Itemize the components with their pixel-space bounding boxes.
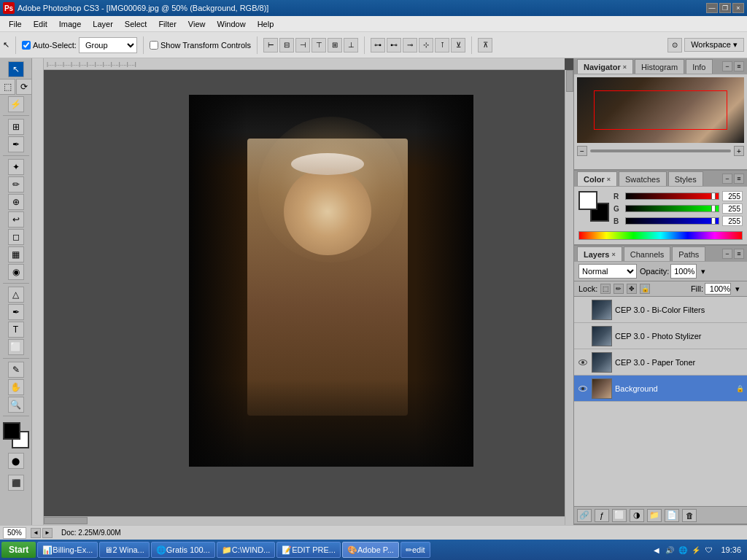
tray-icon-3[interactable]: 🌐 [677,544,689,556]
dist-center-v[interactable]: ⊺ [435,38,449,52]
gradient-tool[interactable]: ▦ [8,246,24,262]
tab-color[interactable]: Color × [577,171,617,186]
delete-layer-btn[interactable]: 🗑 [682,509,697,522]
heal-brush-tool[interactable]: ✦ [8,159,24,175]
lasso-tool[interactable]: ⟳ [16,79,32,95]
layer-row-background[interactable]: Background 🔒 [574,376,747,402]
b-value-input[interactable] [722,216,743,226]
taskbar-item-gratis[interactable]: 🌐 Gratis 100... [151,542,215,558]
close-button[interactable]: × [732,3,744,13]
tab-swatches[interactable]: Swatches [619,171,667,186]
layer-visibility-toggle[interactable] [577,330,589,342]
lock-move-btn[interactable]: ✥ [627,284,637,294]
canvas-scrollbar-v[interactable] [565,70,573,525]
scroll-thumb-h[interactable] [44,517,88,524]
hand-tool[interactable]: ✋ [8,379,24,395]
opacity-input[interactable] [670,264,697,279]
marquee-tool[interactable]: ⬚ [0,79,15,95]
notes-tool[interactable]: ✎ [8,362,24,378]
dist-left[interactable]: ⊶ [371,38,385,52]
dodge-tool[interactable]: △ [8,287,24,303]
layer-row[interactable]: CEP 3.0 - Photo Stylizer [574,323,747,349]
g-slider[interactable] [625,205,719,212]
nav-zoom-out[interactable]: − [577,146,587,156]
history-brush-tool[interactable]: ↩ [8,211,24,228]
tab-info[interactable]: Info [686,59,712,74]
r-slider[interactable] [625,192,719,200]
move-tool[interactable]: ↖ [8,61,24,77]
menu-view[interactable]: View [182,18,212,30]
taskbar-item-wina[interactable]: 🖥 2 Wina... [99,542,149,558]
tray-icon-2[interactable]: 🔊 [664,544,676,556]
color-panel-collapse[interactable]: − [722,174,732,184]
menu-help[interactable]: Help [252,18,280,30]
scroll-left[interactable]: ◄ [31,528,41,538]
panel-collapse-btn[interactable]: − [722,61,732,71]
nav-zoom-in[interactable]: + [734,146,744,156]
pen-tool[interactable]: ✒ [8,304,24,320]
new-layer-btn[interactable]: 📄 [665,509,679,522]
add-mask-btn[interactable]: ⬜ [612,509,627,522]
taskbar-item-edit[interactable]: 📝 EDIT PRE... [276,542,341,558]
blend-mode-select[interactable]: Normal Multiply Screen [578,264,637,279]
auto-align[interactable]: ⊼ [478,38,492,52]
workspace-button[interactable]: Workspace ▾ [684,38,744,52]
taskbar-item-billing[interactable]: 📊 Billing-Ex... [37,542,98,558]
dist-right[interactable]: ⊸ [403,38,417,52]
taskbar-item-adobe[interactable]: 🎨 Adobe P... [342,542,399,558]
panel-menu-btn[interactable]: ≡ [734,61,744,71]
menu-select[interactable]: Select [119,18,153,30]
clone-stamp-tool[interactable]: ⊕ [8,194,24,210]
scroll-thumb-v[interactable] [566,70,573,92]
layers-tab-close[interactable]: × [611,251,615,258]
shape-tool[interactable]: ⬜ [8,339,24,355]
eyedropper-tool[interactable]: ✒ [8,136,24,152]
photo-canvas[interactable] [189,95,473,467]
canvas-scrollbar-h[interactable] [44,516,565,525]
fill-arrow[interactable]: ▾ [732,283,743,295]
layer-style-btn[interactable]: ƒ [595,509,609,522]
dist-top[interactable]: ⊹ [419,38,433,52]
menu-layer[interactable]: Layer [87,18,119,30]
tray-icon-5[interactable]: 🛡 [703,544,715,556]
align-bottom[interactable]: ⊥ [344,38,358,52]
layer-visibility-toggle[interactable] [577,304,589,316]
auto-select-checkbox[interactable] [22,41,31,50]
crop-tool[interactable]: ⊞ [8,119,24,135]
align-center-h[interactable]: ⊟ [279,38,294,52]
lock-transparent-btn[interactable]: ⬚ [600,284,611,294]
tab-layers[interactable]: Layers × [577,246,622,261]
new-group-btn[interactable]: 📁 [647,509,662,522]
restore-button[interactable]: ❐ [719,3,731,13]
scroll-right[interactable]: ► [42,528,53,538]
auto-select-dropdown[interactable]: Group Layer [79,37,137,53]
link-layers-btn[interactable]: 🔗 [577,509,592,522]
align-center-v[interactable]: ⊞ [328,38,342,52]
tray-icon-1[interactable]: ◀ [651,544,662,556]
quick-mask-btn[interactable]: ⬤ [8,453,24,469]
dist-center-h[interactable]: ⊷ [387,38,401,52]
opacity-arrow[interactable]: ▾ [698,264,708,279]
tab-channels[interactable]: Channels [624,246,670,261]
tab-paths[interactable]: Paths [672,246,705,261]
layer-visibility-toggle[interactable] [577,357,589,368]
taskbar-item-edit2[interactable]: ✏ edit [400,542,430,558]
menu-file[interactable]: File [3,18,28,30]
layers-panel-collapse[interactable]: − [722,249,732,259]
align-right[interactable]: ⊣ [295,38,310,52]
new-adjustment-btn[interactable]: ◑ [630,509,644,522]
nav-zoom-slider[interactable] [590,149,731,152]
tab-histogram[interactable]: Histogram [635,59,684,74]
taskbar-item-windows[interactable]: 📁 C:\WIND... [217,542,276,558]
layers-panel-menu[interactable]: ≡ [734,249,744,259]
screen-mode-btn[interactable]: ⬛ [8,475,24,491]
zoom-tool[interactable]: 🔍 [8,397,24,413]
show-transform-checkbox[interactable] [150,41,158,50]
workspace-icon[interactable]: ⊙ [667,38,682,52]
eraser-tool[interactable]: ◻ [8,229,24,245]
menu-window[interactable]: Window [212,18,252,30]
menu-edit[interactable]: Edit [28,18,53,30]
foreground-color-swatch[interactable] [3,422,20,440]
align-left[interactable]: ⊢ [263,38,278,52]
layer-visibility-toggle[interactable] [577,383,589,394]
